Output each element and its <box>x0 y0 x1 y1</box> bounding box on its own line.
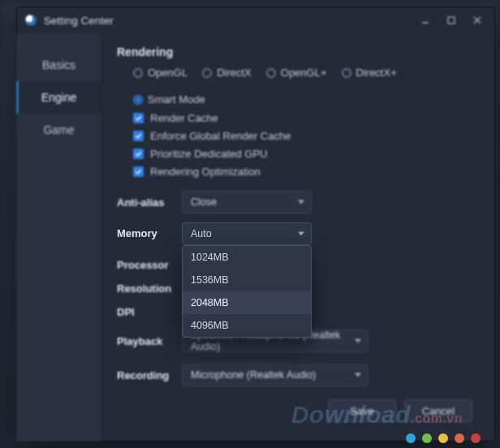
label-resolution: Resolution <box>117 282 170 295</box>
sidebar: Basics Engine Game <box>16 34 102 442</box>
label-dpi: DPI <box>117 306 170 318</box>
dropdown-option[interactable]: 1024MB <box>183 246 311 269</box>
sidebar-tab-engine[interactable]: Engine <box>16 81 101 114</box>
color-dot-green <box>422 433 432 443</box>
dropdown-option[interactable]: 4096MB <box>183 314 311 337</box>
check-prioritize-gpu[interactable]: Prioritize Dedicated GPU <box>133 148 481 160</box>
radio-smart-mode[interactable]: Smart Mode <box>133 93 205 106</box>
save-button[interactable]: Save <box>328 399 396 422</box>
button-label: Cancel <box>422 405 455 417</box>
label-recording: Recording <box>117 369 170 381</box>
close-icon[interactable] <box>468 12 487 28</box>
memory-dropdown: 1024MB 1536MB 2048MB 4096MB <box>182 245 312 338</box>
settings-window: Setting Center Basics Engine Game R <box>16 6 495 442</box>
radio-opengl[interactable]: OpenGL <box>133 67 188 79</box>
label-memory: Memory <box>117 222 170 239</box>
memory-row: Memory Auto 1024MB 1536MB 2048MB 4096MB <box>117 222 312 245</box>
cancel-button[interactable]: Cancel <box>404 399 472 422</box>
select-recording[interactable]: Microphone (Realtek Audio) <box>182 364 369 386</box>
minimize-icon[interactable] <box>416 12 435 28</box>
radio-label: DirectX <box>217 67 252 79</box>
option-label: 1536MB <box>191 274 229 286</box>
check-render-cache[interactable]: Render Cache <box>133 112 481 124</box>
rendering-mode-group: OpenGL DirectX OpenGL+ DirectX+ Smart Mo… <box>133 67 481 106</box>
maximize-icon[interactable] <box>442 12 461 28</box>
app-logo-icon <box>24 14 37 27</box>
select-anti-alias[interactable]: Close <box>182 191 312 213</box>
select-memory[interactable]: Auto <box>182 222 312 245</box>
select-value: Auto <box>191 228 212 239</box>
dropdown-option[interactable]: 1536MB <box>183 269 311 291</box>
check-label: Render Cache <box>150 112 218 124</box>
dropdown-scroll[interactable]: 1024MB 1536MB 2048MB 4096MB <box>183 246 311 337</box>
color-dots <box>406 433 481 443</box>
svg-rect-1 <box>448 17 455 24</box>
select-value: Microphone (Realtek Audio) <box>191 369 316 381</box>
chevron-down-icon <box>355 373 361 377</box>
check-label: Enforce Global Render Cache <box>150 130 291 142</box>
label-processor: Processor <box>117 259 170 271</box>
button-label: Save <box>350 405 374 417</box>
window-title: Setting Center <box>44 15 409 27</box>
rendering-check-group: Render Cache Enforce Global Render Cache… <box>133 112 481 178</box>
radio-label: OpenGL+ <box>281 67 327 79</box>
sidebar-tab-label: Basics <box>42 58 75 71</box>
check-label: Prioritize Dedicated GPU <box>150 148 268 160</box>
sidebar-tab-basics[interactable]: Basics <box>16 49 101 81</box>
radio-label: Smart Mode <box>148 93 205 106</box>
check-label: Rendering Optimization <box>150 166 261 178</box>
color-dot-blue <box>406 433 416 443</box>
dropdown-option[interactable]: 2048MB <box>183 291 311 314</box>
radio-directx-plus[interactable]: DirectX+ <box>342 67 397 79</box>
radio-opengl-plus[interactable]: OpenGL+ <box>266 67 327 79</box>
titlebar: Setting Center <box>16 6 495 34</box>
color-dot-orange <box>455 433 464 443</box>
color-dot-red <box>471 433 481 443</box>
label-playback: Playback <box>117 335 170 347</box>
color-dot-yellow <box>438 433 448 443</box>
radio-label: OpenGL <box>148 67 188 79</box>
radio-label: DirectX+ <box>356 67 397 79</box>
option-label: 1024MB <box>191 252 229 263</box>
chevron-down-icon <box>298 200 304 205</box>
check-enforce-global-cache[interactable]: Enforce Global Render Cache <box>133 130 481 142</box>
option-label: 2048MB <box>191 297 229 308</box>
radio-directx[interactable]: DirectX <box>202 67 252 79</box>
select-value: Close <box>191 196 217 208</box>
chevron-down-icon <box>298 232 304 236</box>
sidebar-tab-label: Engine <box>41 91 77 104</box>
sidebar-tab-game[interactable]: Game <box>16 114 101 146</box>
sidebar-tab-label: Game <box>43 123 74 136</box>
check-render-optimization[interactable]: Rendering Optimization <box>133 166 481 178</box>
content-pane: Rendering OpenGL DirectX OpenGL+ DirectX… <box>102 34 495 442</box>
section-title-rendering: Rendering <box>117 45 481 58</box>
label-anti-alias: Anti-alias <box>117 196 170 209</box>
option-label: 4096MB <box>191 320 229 331</box>
chevron-down-icon <box>355 339 361 343</box>
footer-buttons: Save Cancel <box>328 399 472 422</box>
